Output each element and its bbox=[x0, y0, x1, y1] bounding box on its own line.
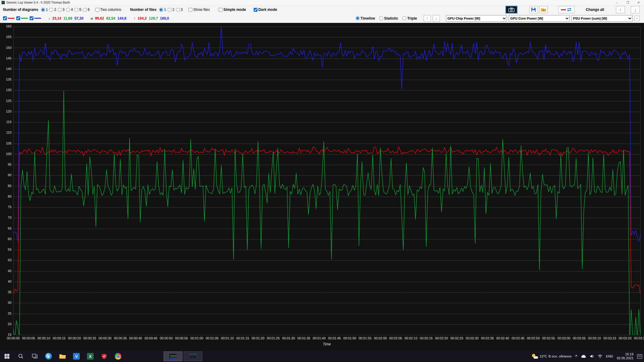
diagrams-radio-4[interactable] bbox=[66, 8, 70, 12]
volume-icon[interactable] bbox=[590, 354, 594, 358]
task-view-icon bbox=[32, 354, 37, 359]
avg-stats: ⌀ 99,62 82,54 144,6 bbox=[91, 16, 126, 21]
task-view-button[interactable] bbox=[28, 351, 42, 362]
max-symbol-icon: ↑ bbox=[134, 16, 136, 21]
max-value-green: 129,7 bbox=[149, 16, 158, 21]
min-value-blue: 57,30 bbox=[74, 16, 83, 21]
max-value-blue: 160,0 bbox=[160, 16, 169, 21]
line-style-refresh-button[interactable] bbox=[558, 6, 575, 13]
series-1-color-sample bbox=[8, 18, 14, 19]
close-button[interactable]: ✕ bbox=[633, 0, 644, 5]
weather-icon bbox=[532, 354, 538, 359]
remove-channel-button[interactable]: - bbox=[634, 16, 640, 21]
start-button[interactable] bbox=[0, 351, 14, 362]
log-viewer-window-button[interactable] bbox=[164, 351, 182, 361]
diagram-move-down-button[interactable]: ↓ bbox=[433, 15, 440, 22]
app-logo-icon bbox=[2, 1, 5, 4]
clock[interactable]: 16:19 02.05.2021 bbox=[617, 352, 633, 360]
log-chart[interactable] bbox=[0, 23, 644, 351]
diagrams-option-label: 3 bbox=[62, 8, 65, 12]
triple-radio[interactable] bbox=[402, 16, 406, 20]
diagrams-group-label: Number of diagrams bbox=[3, 8, 38, 12]
secondary-window-button[interactable] bbox=[184, 351, 202, 361]
statistic-label: Statistic bbox=[384, 16, 398, 21]
change-all-up-button[interactable]: ↑ bbox=[616, 6, 625, 13]
chrome-button[interactable] bbox=[111, 351, 125, 362]
titlebar: Generic Log Viewer 5.4 - © 2020 Thomas B… bbox=[0, 0, 644, 5]
restore-button[interactable]: ❐ bbox=[622, 0, 633, 5]
network-icon[interactable] bbox=[598, 354, 602, 358]
save-icon bbox=[531, 7, 536, 12]
main-toolbar: Number of diagrams 1 2 3 4 5 6 Two colum… bbox=[0, 5, 644, 14]
weather-text: В осн. облачно bbox=[549, 354, 572, 358]
channel-select-1[interactable]: GPU Chip Power [W] bbox=[446, 15, 507, 22]
down-arrow-icon: ↓ bbox=[435, 16, 437, 20]
diagrams-option-label: 5 bbox=[79, 8, 81, 12]
onedrive-cloud-icon[interactable] bbox=[581, 354, 586, 358]
channel-select-2[interactable]: GPU Core Power [W] bbox=[509, 15, 570, 22]
min-value-green: 11,68 bbox=[63, 16, 72, 21]
files-group-label: Number of files bbox=[130, 8, 156, 12]
screenshot-button[interactable] bbox=[505, 6, 517, 14]
excel-button[interactable]: X bbox=[83, 351, 97, 362]
windows-logo-icon bbox=[5, 354, 9, 359]
edge-button[interactable]: e bbox=[42, 351, 56, 362]
window-title: Generic Log Viewer 5.4 - © 2020 Thomas B… bbox=[6, 1, 70, 4]
files-radio-1[interactable] bbox=[159, 8, 163, 12]
files-radio-3[interactable] bbox=[176, 8, 180, 12]
min-value-red: 33,14 bbox=[52, 16, 61, 21]
simple-mode-checkbox[interactable] bbox=[219, 8, 223, 12]
avg-value-red: 99,62 bbox=[95, 16, 104, 21]
max-stats: ↑ 104,3 129,7 160,0 bbox=[134, 16, 169, 21]
show-files-checkbox[interactable] bbox=[188, 8, 192, 12]
statistic-radio[interactable] bbox=[379, 16, 383, 20]
action-center-icon[interactable] bbox=[637, 354, 642, 359]
secondary-window-icon bbox=[189, 354, 197, 359]
change-all-down-button[interactable]: ↓ bbox=[631, 6, 640, 13]
simple-mode-label: Simple mode bbox=[223, 8, 246, 12]
diagrams-option-label: 4 bbox=[71, 8, 73, 12]
camera-icon bbox=[508, 8, 514, 12]
save-button[interactable] bbox=[529, 6, 538, 13]
chrome-icon bbox=[115, 353, 121, 360]
files-option-label: 2 bbox=[172, 8, 175, 12]
vscode-icon: V bbox=[73, 353, 80, 360]
tray-time: 16:19 bbox=[617, 352, 633, 356]
shield-icon bbox=[101, 353, 107, 359]
diagrams-radio-2[interactable] bbox=[49, 8, 53, 12]
file-explorer-icon bbox=[59, 354, 66, 359]
series-2-toggle[interactable] bbox=[16, 16, 20, 20]
series-1-toggle[interactable] bbox=[3, 16, 7, 20]
export-button[interactable] bbox=[539, 6, 548, 13]
folder-export-icon bbox=[541, 8, 546, 12]
chart-region bbox=[0, 23, 644, 351]
diagram-move-up-button[interactable]: ↑ bbox=[424, 15, 431, 22]
file-explorer-button[interactable] bbox=[56, 351, 69, 362]
min-symbol-icon: ↓ bbox=[48, 16, 50, 21]
weather-widget[interactable]: 13°C В осн. облачно bbox=[532, 354, 572, 359]
diagrams-radio-5[interactable] bbox=[74, 8, 78, 12]
diagrams-option-label: 1 bbox=[46, 8, 48, 12]
security-app-button[interactable] bbox=[97, 351, 111, 362]
max-value-red: 104,3 bbox=[138, 16, 147, 21]
window-controls: – ❐ ✕ bbox=[611, 0, 644, 5]
down-arrow-icon: ↓ bbox=[634, 8, 636, 12]
language-indicator[interactable]: ENG bbox=[606, 354, 613, 358]
series-3-toggle[interactable] bbox=[30, 16, 34, 20]
diagrams-radio-1[interactable] bbox=[41, 8, 45, 12]
diagrams-option-label: 2 bbox=[54, 8, 56, 12]
timeline-radio[interactable] bbox=[356, 16, 360, 20]
diagrams-radio-3[interactable] bbox=[58, 8, 62, 12]
files-radio-2[interactable] bbox=[168, 8, 171, 12]
channel-select-3[interactable]: PSU Power (sum) [W] bbox=[572, 15, 633, 22]
diagrams-radio-6[interactable] bbox=[83, 8, 87, 12]
tray-expand-chevron[interactable]: ^ bbox=[575, 354, 577, 358]
minimize-button[interactable]: – bbox=[611, 0, 622, 5]
two-columns-checkbox[interactable] bbox=[95, 8, 99, 12]
dark-mode-checkbox[interactable] bbox=[254, 8, 258, 12]
search-button[interactable] bbox=[14, 351, 28, 362]
vscode-button[interactable]: V bbox=[69, 351, 83, 362]
timeline-label: Timeline bbox=[360, 16, 375, 21]
log-viewer-window-icon bbox=[169, 354, 177, 359]
up-arrow-icon: ↑ bbox=[619, 8, 622, 12]
